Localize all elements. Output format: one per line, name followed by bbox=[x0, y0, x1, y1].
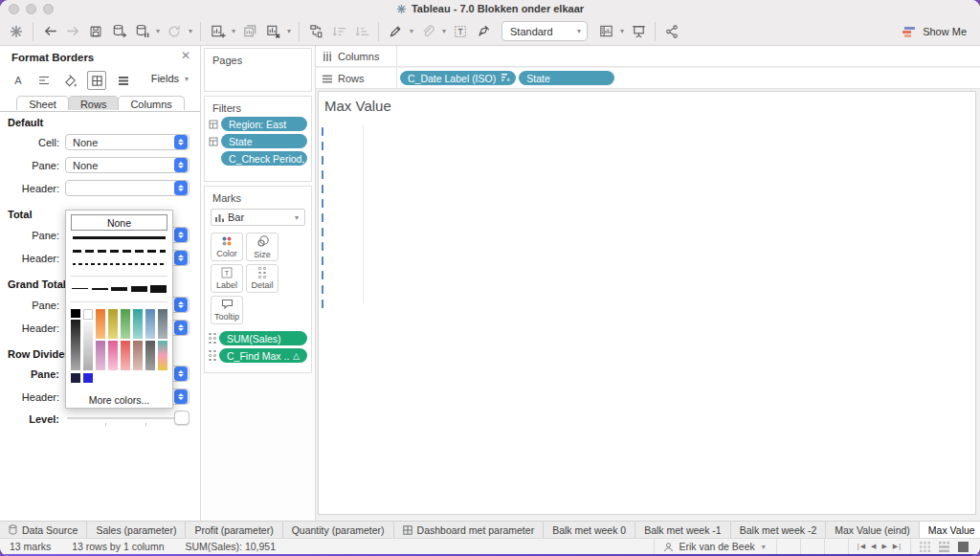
tab-dashboard-met-parameter[interactable]: Dashboard met parameter bbox=[394, 522, 545, 538]
share-button[interactable] bbox=[661, 21, 682, 42]
mark-type-dropdown[interactable]: Bar ▾ bbox=[211, 209, 305, 226]
thickness-3-option[interactable] bbox=[111, 287, 127, 291]
user-account-menu[interactable]: Erik van de Beek ▾ bbox=[655, 539, 775, 554]
marks-count-status: 13 marks bbox=[10, 541, 51, 552]
run-update-button[interactable] bbox=[164, 21, 185, 42]
row-pill-date-label[interactable]: C_Date Label (ISO) bbox=[400, 71, 516, 85]
first-sheet-button[interactable]: |◀ bbox=[858, 543, 866, 550]
format-tab-sheet[interactable]: Sheet bbox=[16, 96, 69, 110]
tableau-window: Tableau - 7.0 Blokken onder elkaar ▾ bbox=[0, 0, 980, 556]
filters-card: Filters Region: East State C_Check Perio… bbox=[204, 96, 312, 182]
last-sheet-button[interactable]: ▶| bbox=[893, 543, 902, 550]
duplicate-sheet-button[interactable] bbox=[239, 21, 260, 42]
clear-sheet-caret[interactable]: ▾ bbox=[285, 27, 293, 35]
tab-quantity-parameter[interactable]: Quantity (parameter) bbox=[283, 522, 394, 538]
show-cards-button[interactable] bbox=[595, 21, 616, 42]
rows-shelf[interactable]: Rows C_Date Label (ISO) State bbox=[316, 68, 980, 89]
level-slider-track[interactable] bbox=[67, 417, 184, 419]
thickness-4-option[interactable] bbox=[131, 286, 147, 292]
color-button[interactable]: Color bbox=[211, 233, 243, 261]
new-worksheet-button[interactable] bbox=[207, 21, 228, 42]
aggregate-status: SUM(Sales): 10,951 bbox=[185, 541, 276, 552]
run-update-caret[interactable]: ▾ bbox=[187, 27, 194, 35]
tab-data-source[interactable]: Data Source bbox=[0, 522, 87, 538]
highlight-button[interactable] bbox=[385, 21, 406, 42]
tab-max-value-eind[interactable]: Max Value (eind) bbox=[826, 522, 920, 538]
tableau-home-icon[interactable] bbox=[6, 21, 27, 42]
more-colors-option[interactable]: More colors... bbox=[71, 394, 167, 406]
sort-ascending-button[interactable] bbox=[328, 21, 349, 42]
border-solid-option[interactable] bbox=[73, 236, 166, 239]
swap-rows-columns-button[interactable] bbox=[305, 21, 326, 42]
detail-button[interactable]: Detail bbox=[246, 264, 278, 293]
save-button[interactable] bbox=[85, 21, 106, 42]
tab-balk-met-week-1[interactable]: Balk met week -1 bbox=[635, 522, 731, 538]
fields-dropdown[interactable]: Fields ▾ bbox=[151, 73, 190, 84]
tab-label: Balk met week 0 bbox=[552, 524, 626, 536]
view-canvas[interactable]: Max Value bbox=[318, 91, 976, 515]
svg-text:T: T bbox=[225, 270, 230, 277]
format-lines-icon[interactable] bbox=[115, 72, 132, 89]
tab-max-value[interactable]: Max Value bbox=[920, 522, 980, 538]
default-header-border-select[interactable] bbox=[65, 180, 189, 196]
bar-chart-icon bbox=[215, 213, 224, 222]
highlight-caret[interactable]: ▾ bbox=[408, 27, 415, 35]
new-data-source-button[interactable] bbox=[108, 21, 129, 42]
format-tab-columns[interactable]: Columns bbox=[118, 96, 184, 110]
thickness-1-option[interactable] bbox=[72, 288, 88, 289]
fit-select[interactable]: Standard ▾ bbox=[501, 21, 588, 41]
tooltip-button[interactable]: Tooltip bbox=[211, 296, 243, 324]
fix-axes-button[interactable] bbox=[473, 21, 494, 42]
columns-shelf[interactable]: Columns bbox=[316, 46, 980, 67]
filmstrip-view-icon[interactable] bbox=[939, 542, 949, 552]
previous-sheet-button[interactable]: ◀ bbox=[871, 543, 877, 550]
presentation-mode-button[interactable] bbox=[628, 21, 649, 42]
pause-auto-updates-caret[interactable]: ▾ bbox=[154, 27, 162, 35]
size-button[interactable]: Size bbox=[246, 233, 278, 261]
tab-balk-met-week-2[interactable]: Balk met week -2 bbox=[731, 522, 827, 538]
next-sheet-button[interactable]: ▶ bbox=[881, 543, 887, 550]
mark-pill-sum-sales[interactable]: SUM(Sales) bbox=[219, 331, 307, 345]
filter-pill-check-period[interactable]: C_Check Period, .. bbox=[221, 151, 307, 166]
row-pill-state[interactable]: State bbox=[519, 71, 614, 85]
border-none-option[interactable]: None bbox=[71, 214, 167, 231]
format-tab-rows[interactable]: Rows bbox=[68, 96, 120, 110]
show-mark-labels-button[interactable]: T bbox=[450, 21, 471, 42]
tab-sales-parameter[interactable]: Sales (parameter) bbox=[87, 522, 186, 538]
border-dotted-option[interactable] bbox=[73, 263, 166, 266]
close-format-panel-icon[interactable]: ✕ bbox=[179, 49, 192, 62]
thickness-5-option[interactable] bbox=[150, 285, 167, 293]
default-pane-border-select[interactable]: None bbox=[65, 157, 189, 173]
clear-sheet-button[interactable] bbox=[262, 21, 283, 42]
sheet-sorter-view-icon[interactable] bbox=[920, 542, 930, 552]
mark-pill-find-max[interactable]: C_Find Max .. △ bbox=[219, 348, 307, 363]
format-alignment-icon[interactable] bbox=[35, 72, 53, 89]
sheet-view-icon[interactable] bbox=[958, 542, 969, 552]
cell-border-select[interactable]: None bbox=[65, 134, 189, 150]
format-workbook-button[interactable] bbox=[417, 21, 438, 42]
show-cards-caret[interactable]: ▾ bbox=[618, 27, 626, 35]
redo-button[interactable] bbox=[62, 21, 83, 42]
filter-pill-region[interactable]: Region: East bbox=[221, 117, 307, 131]
thickness-2-option[interactable] bbox=[92, 288, 108, 290]
format-shading-icon[interactable] bbox=[61, 72, 78, 89]
color-palette[interactable] bbox=[71, 309, 167, 370]
show-me-button[interactable]: Show Me bbox=[902, 17, 967, 46]
border-dashed-option[interactable] bbox=[73, 250, 166, 253]
sort-descending-button[interactable] bbox=[351, 21, 372, 42]
label-button[interactable]: T Label bbox=[211, 264, 243, 293]
tab-balk-met-week-0[interactable]: Balk met week 0 bbox=[544, 522, 635, 538]
format-panel: Format Borders ✕ A Fields ▾ Sheet Rows bbox=[0, 46, 201, 521]
border-thickness-row bbox=[71, 283, 167, 295]
filter-pill-state[interactable]: State bbox=[221, 134, 307, 148]
format-font-icon[interactable]: A bbox=[10, 72, 27, 89]
new-worksheet-caret[interactable]: ▾ bbox=[230, 27, 237, 35]
palette-footer[interactable] bbox=[71, 373, 167, 383]
undo-button[interactable] bbox=[39, 21, 60, 42]
format-workbook-caret[interactable]: ▾ bbox=[440, 27, 448, 35]
format-borders-icon[interactable] bbox=[87, 71, 106, 90]
level-slider-thumb[interactable] bbox=[174, 411, 189, 425]
level-slider-tick bbox=[145, 423, 146, 427]
pause-auto-updates-button[interactable] bbox=[131, 21, 152, 42]
tab-profit-parameter[interactable]: Profit (parameter) bbox=[186, 522, 282, 538]
